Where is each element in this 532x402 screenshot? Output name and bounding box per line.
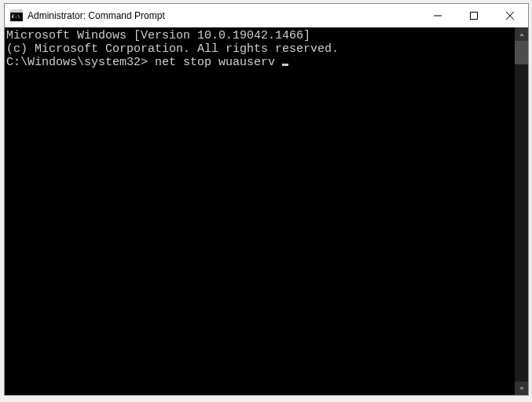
cmd-icon: C:\	[10, 9, 23, 22]
prompt: C:\Windows\system32>	[6, 56, 148, 69]
svg-rect-1	[10, 10, 23, 13]
terminal-line: Microsoft Windows [Version 10.0.19042.14…	[6, 29, 515, 42]
vertical-scrollbar[interactable]	[515, 27, 528, 395]
terminal-line: (c) Microsoft Corporation. All rights re…	[6, 42, 515, 56]
window-title: Administrator: Command Prompt	[28, 10, 420, 21]
titlebar[interactable]: C:\ Administrator: Command Prompt	[5, 4, 528, 27]
minimize-button[interactable]	[420, 4, 456, 27]
window-controls	[420, 4, 528, 27]
cursor	[282, 64, 288, 66]
command-text: net stop wuauserv	[155, 56, 275, 69]
svg-rect-4	[471, 12, 478, 19]
close-button[interactable]	[492, 4, 528, 27]
terminal-output[interactable]: Microsoft Windows [Version 10.0.19042.14…	[5, 27, 515, 395]
scroll-up-button[interactable]	[515, 27, 528, 41]
terminal-prompt-line: C:\Windows\system32> net stop wuauserv	[6, 56, 515, 69]
scrollbar-thumb[interactable]	[515, 41, 528, 64]
command-prompt-window: C:\ Administrator: Command Prompt Micros…	[4, 3, 529, 396]
content-area: Microsoft Windows [Version 10.0.19042.14…	[5, 27, 528, 395]
scrollbar-track[interactable]	[515, 41, 528, 382]
maximize-button[interactable]	[456, 4, 492, 27]
scroll-down-button[interactable]	[515, 382, 528, 395]
